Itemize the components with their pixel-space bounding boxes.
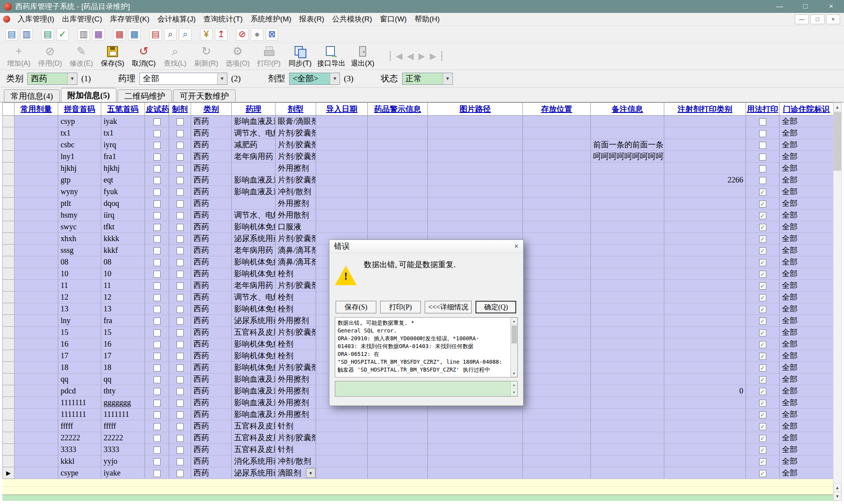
column-header[interactable]: 制剂 <box>169 103 191 116</box>
append-row-area[interactable] <box>2 487 833 495</box>
preparation-checkbox[interactable] <box>177 376 184 383</box>
magnifier-button[interactable]: ⌕查找(L) <box>159 43 191 70</box>
usage-print-checkbox[interactable] <box>759 130 766 137</box>
skin-test-checkbox[interactable] <box>154 189 161 196</box>
usage-print-checkbox[interactable]: ✓ <box>759 306 766 313</box>
chevron-down-icon[interactable]: ▼ <box>443 73 452 84</box>
preparation-checkbox[interactable] <box>177 341 184 348</box>
scroll-thumb[interactable] <box>511 325 517 343</box>
preparation-checkbox[interactable] <box>177 470 184 477</box>
close-box-icon[interactable]: ⊠ <box>266 28 278 41</box>
column-header[interactable]: 拼音首码 <box>58 103 101 116</box>
sync-button[interactable]: 同步(T) <box>284 43 316 70</box>
skin-test-checkbox[interactable] <box>154 458 161 465</box>
skin-test-checkbox[interactable] <box>154 224 161 231</box>
money-icon[interactable]: ¥ <box>200 28 213 41</box>
category-combo[interactable]: 西药 ▼ <box>27 73 77 85</box>
forbidden-icon[interactable]: ⊘ <box>236 28 249 41</box>
menu-item[interactable]: 报表(R) <box>295 14 328 24</box>
preparation-checkbox[interactable] <box>177 447 184 454</box>
usage-print-checkbox[interactable] <box>759 154 766 161</box>
table-row[interactable]: wynyfyuk西药影响血液及造血冲剂/散剂✓全部 <box>3 186 833 198</box>
column-header[interactable]: 药理 <box>232 103 275 116</box>
tab-qrcode-maintenance[interactable]: 二维码维护 <box>118 89 172 102</box>
exit-button[interactable]: 退出(X) <box>347 43 378 70</box>
preparation-checkbox[interactable] <box>177 165 184 172</box>
table-row[interactable]: swyctfkt西药影响机体免疫口服液✓全部 <box>3 221 833 233</box>
skin-test-checkbox[interactable] <box>154 271 161 278</box>
table-row[interactable]: 33333333西药五官科及皮肤针剂✓全部 <box>3 444 833 456</box>
skin-test-checkbox[interactable] <box>154 365 161 372</box>
table-row[interactable]: csbciyrq西药减肥药片剂/胶囊剂前面一条的前面一条全部 <box>3 139 833 151</box>
skin-test-checkbox[interactable] <box>154 200 161 207</box>
dosage-form-combo[interactable]: <全部> ▼ <box>289 73 340 85</box>
dialog-button[interactable]: <<<详细情况 <box>425 301 472 313</box>
usage-print-checkbox[interactable]: ✓ <box>759 189 766 196</box>
usage-print-checkbox[interactable]: ✓ <box>759 365 766 372</box>
dialog-titlebar[interactable]: 错误 × <box>329 240 523 253</box>
usage-print-checkbox[interactable] <box>759 165 766 172</box>
chart-icon[interactable]: ▦ <box>113 28 126 41</box>
vertical-scrollbar[interactable]: ▲ ▲ ▼ <box>833 102 842 501</box>
usage-print-checkbox[interactable]: ✓ <box>759 247 766 254</box>
table-row[interactable]: ptltdqoq西药外用擦剂✓全部 <box>3 198 833 209</box>
usage-print-checkbox[interactable]: ✓ <box>759 447 766 454</box>
mdi-restore-icon[interactable]: □ <box>810 14 824 24</box>
binoculars-icon[interactable]: ⌕ <box>164 28 177 41</box>
preparation-checkbox[interactable] <box>177 247 184 254</box>
skin-test-checkbox[interactable] <box>154 376 161 383</box>
menu-item[interactable]: 帮助(H) <box>411 14 443 24</box>
skin-test-checkbox[interactable] <box>154 470 161 477</box>
gear-button[interactable]: ⚙选项(O) <box>222 43 253 70</box>
dialog-button[interactable]: 保存(S) <box>336 301 376 313</box>
table-row[interactable]: 2222222222西药五官科及皮肤片剂/胶囊剂✓全部 <box>3 432 833 444</box>
usage-print-checkbox[interactable]: ✓ <box>759 458 766 465</box>
column-header[interactable]: 类别 <box>191 103 232 116</box>
tab-open-days-maintenance[interactable]: 可开天数维护 <box>173 89 236 102</box>
chevron-down-icon[interactable]: ▼ <box>67 73 77 84</box>
usage-print-checkbox[interactable] <box>759 177 766 184</box>
skin-test-checkbox[interactable] <box>154 423 161 430</box>
usage-print-checkbox[interactable] <box>759 118 766 125</box>
nav-prev-icon[interactable]: ◀ <box>407 51 413 61</box>
usage-print-checkbox[interactable]: ✓ <box>759 236 766 243</box>
usage-print-checkbox[interactable]: ✓ <box>759 294 766 301</box>
table-row[interactable]: ffffffffff西药五官科及皮肤针剂✓全部 <box>3 420 833 432</box>
table-row[interactable]: hsmyiirq西药调节水、电解质外用散剂✓全部 <box>3 209 833 221</box>
skin-test-checkbox[interactable] <box>154 447 161 454</box>
table-row[interactable]: kkklyyjo西药消化系统用药冲剂/散剂✓全部 <box>3 456 833 467</box>
audit-check-icon[interactable]: ✓ <box>56 28 69 41</box>
table-icon[interactable]: ▦ <box>128 28 141 41</box>
column-header[interactable]: 注射剂打印类别 <box>664 103 746 116</box>
scroll-up-icon[interactable]: ▲ <box>833 483 841 492</box>
table-row[interactable]: ▶csypeiyake西药泌尿系统用药滴眼剂▼✓全部 <box>3 467 833 479</box>
skin-test-checkbox[interactable] <box>154 177 161 184</box>
usage-print-checkbox[interactable]: ✓ <box>759 423 766 430</box>
table-row[interactable]: lny1fra1西药老年病用药片剂/胶囊剂呵呵呵呵呵呵呵呵呵呵全部 <box>3 151 833 163</box>
preparation-checkbox[interactable] <box>177 142 184 149</box>
floppy-button[interactable]: 保存(S) <box>97 43 128 70</box>
column-header[interactable]: 药品警示信息 <box>368 103 428 116</box>
usage-print-checkbox[interactable]: ✓ <box>759 435 766 442</box>
menu-item[interactable]: 公共模块(R) <box>328 14 376 24</box>
edit-scrollbar[interactable]: ▲ ▼ <box>510 381 517 396</box>
eraser-icon[interactable]: ● <box>251 28 263 41</box>
usage-print-checkbox[interactable]: ✓ <box>759 224 766 231</box>
usage-print-checkbox[interactable]: ✓ <box>759 271 766 278</box>
menu-item[interactable]: 系统维护(M) <box>247 14 295 24</box>
dialog-edit-area[interactable]: ▲ ▼ <box>335 381 518 397</box>
printer-button[interactable]: 打印(P) <box>253 43 284 70</box>
usage-print-checkbox[interactable]: ✓ <box>759 353 766 360</box>
column-header[interactable]: 剂型 <box>275 103 316 116</box>
document-icon[interactable]: ▤ <box>41 28 54 41</box>
preparation-checkbox[interactable] <box>177 236 184 243</box>
menu-item[interactable]: 入库管理(I) <box>14 14 58 24</box>
status-combo[interactable]: 正常 ▼ <box>402 73 453 85</box>
dialog-close-icon[interactable]: × <box>503 242 519 251</box>
scroll-down-icon[interactable]: ▼ <box>511 389 517 396</box>
dialog-button[interactable]: 打印(P) <box>380 301 421 313</box>
skin-test-checkbox[interactable] <box>154 306 161 313</box>
scroll-up-icon[interactable]: ▲ <box>511 318 517 325</box>
column-header[interactable]: 备注信息 <box>591 103 664 116</box>
mdi-close-icon[interactable]: × <box>826 14 840 24</box>
